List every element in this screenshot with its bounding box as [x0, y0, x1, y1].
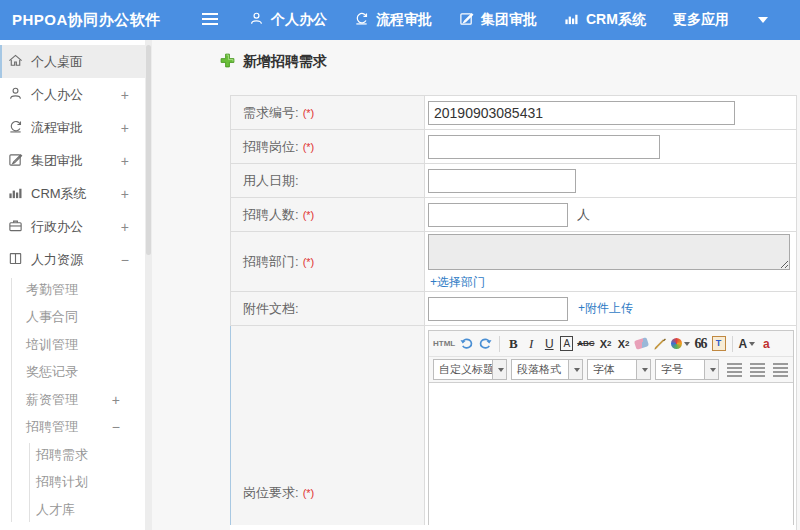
- sidebar-item-hr-contract[interactable]: 人事合同: [0, 304, 145, 332]
- form-row-post-requirements: 岗位要求: (*) HTML B I U: [230, 326, 796, 525]
- blockquote-button[interactable]: 66: [694, 334, 708, 354]
- main-content: 新增招聘需求 需求编号: (*) 招聘岗位: (*): [152, 40, 800, 530]
- nav-crm-system[interactable]: CRM系统: [564, 11, 646, 29]
- toolbar-separator: [499, 336, 500, 352]
- undo-icon[interactable]: [459, 334, 474, 354]
- sidebar-item-group-approval[interactable]: 集团审批 +: [0, 144, 145, 177]
- align-center-icon[interactable]: [750, 363, 765, 377]
- briefcase-icon: [8, 218, 23, 236]
- align-right-icon[interactable]: [773, 363, 788, 377]
- form-row-department: 招聘部门: (*) +选择部门: [230, 232, 796, 292]
- more-apps-dropdown[interactable]: [756, 17, 768, 23]
- page-title: 新增招聘需求: [220, 53, 327, 71]
- field-label: 需求编号: (*): [231, 96, 425, 129]
- sidebar-item-crm-system[interactable]: CRM系统 +: [0, 177, 145, 210]
- html-source-button[interactable]: HTML: [433, 334, 455, 354]
- field-label-text: 招聘部门:: [243, 253, 299, 271]
- align-left-icon[interactable]: [727, 363, 742, 377]
- sidebar-item-personal-office[interactable]: 个人办公 +: [0, 78, 145, 111]
- sidebar-item-salary[interactable]: 薪资管理+: [0, 386, 145, 414]
- demand-code-input[interactable]: [428, 101, 735, 125]
- caret-down-icon: [684, 342, 690, 346]
- choose-department-link[interactable]: +选择部门: [430, 274, 485, 291]
- italic-button[interactable]: I: [524, 334, 538, 354]
- sidebar-item-human-resources[interactable]: 人力资源 −: [0, 243, 145, 276]
- sub-item-label: 招聘计划: [36, 473, 88, 491]
- field-label: 招聘部门: (*): [231, 232, 425, 291]
- font-color-button[interactable]: A: [739, 334, 756, 354]
- attachment-upload-link[interactable]: +附件上传: [578, 300, 633, 317]
- field-value: [425, 130, 796, 163]
- nav-group-approval[interactable]: 集团审批: [459, 11, 537, 29]
- nav-label: 流程审批: [376, 11, 432, 29]
- required-mark: (*): [303, 107, 315, 119]
- nav-personal-office[interactable]: 个人办公: [249, 11, 327, 29]
- headcount-input[interactable]: [428, 203, 568, 227]
- sidebar-scrollbar-thumb[interactable]: [146, 45, 151, 255]
- sidebar-item-recruitment[interactable]: 招聘管理−: [0, 414, 145, 442]
- format-painter-icon[interactable]: [653, 334, 667, 354]
- expand-plus-icon[interactable]: +: [112, 392, 120, 408]
- collapse-minus-icon[interactable]: −: [112, 419, 120, 435]
- expand-plus-icon[interactable]: +: [121, 186, 129, 202]
- required-mark: (*): [303, 256, 315, 268]
- top-bar: PHPOA协同办公软件 个人办公 流程审批 集团审批 CRM系统 更多应用: [0, 0, 800, 40]
- paragraph-format-select[interactable]: 段落格式: [511, 359, 583, 380]
- nav-more-apps[interactable]: 更多应用: [673, 11, 729, 29]
- paste-icon[interactable]: T: [712, 334, 726, 354]
- app-logo: PHPOA协同办公软件: [12, 0, 161, 40]
- superscript-button[interactable]: X2: [599, 334, 613, 354]
- sidebar-item-label: 人力资源: [31, 251, 83, 269]
- sidebar-item-admin-office[interactable]: 行政办公 +: [0, 210, 145, 243]
- text-color-palette-icon[interactable]: [671, 334, 690, 354]
- form-row-demand-code: 需求编号: (*): [230, 96, 796, 130]
- sub-item-label: 薪资管理: [26, 391, 78, 409]
- top-nav: 个人办公 流程审批 集团审批 CRM系统 更多应用: [249, 0, 768, 40]
- bordered-text-button[interactable]: A: [560, 336, 573, 351]
- subscript-button[interactable]: X2: [617, 334, 631, 354]
- field-label-text: 招聘岗位:: [243, 138, 299, 156]
- sub-item-label: 人事合同: [26, 308, 78, 326]
- expand-plus-icon[interactable]: +: [121, 87, 129, 103]
- recruit-demand-form: 需求编号: (*) 招聘岗位: (*) 用人日期:: [230, 95, 797, 530]
- expand-plus-icon[interactable]: +: [121, 153, 129, 169]
- bold-button[interactable]: B: [506, 334, 520, 354]
- nav-workflow-approval[interactable]: 流程审批: [354, 11, 432, 29]
- caret-down-icon: [574, 368, 580, 372]
- hire-date-input[interactable]: [428, 169, 576, 193]
- font-family-select[interactable]: 字体: [587, 359, 651, 380]
- recruit-submenu: 招聘需求 招聘计划 人才库: [0, 441, 145, 524]
- sidebar-item-recruit-demand[interactable]: 招聘需求: [0, 441, 145, 469]
- sidebar-item-label: 个人桌面: [31, 53, 83, 71]
- sidebar-item-recruit-plan[interactable]: 招聘计划: [0, 469, 145, 497]
- collapse-minus-icon[interactable]: −: [121, 252, 129, 268]
- department-textarea[interactable]: [428, 234, 790, 270]
- underline-button[interactable]: U: [542, 334, 556, 354]
- field-value: 人: [425, 198, 796, 231]
- attachment-input[interactable]: [428, 297, 568, 321]
- eraser-icon[interactable]: [635, 334, 649, 354]
- strikethrough-button[interactable]: ABC: [577, 334, 594, 354]
- sidebar-item-rewards[interactable]: 奖惩记录: [0, 359, 145, 387]
- nav-label: CRM系统: [586, 11, 646, 29]
- custom-title-select[interactable]: 自定义标题: [433, 359, 507, 380]
- redo-icon[interactable]: [478, 334, 493, 354]
- sub-item-label: 奖惩记录: [26, 363, 78, 381]
- caret-down-icon: [758, 17, 768, 23]
- font-size-select[interactable]: 字号: [655, 359, 719, 380]
- recruit-post-input[interactable]: [428, 135, 660, 159]
- expand-plus-icon[interactable]: +: [121, 120, 129, 136]
- book-icon: [8, 251, 23, 269]
- background-color-button[interactable]: a: [759, 334, 773, 354]
- sidebar-item-talent-pool[interactable]: 人才库: [0, 496, 145, 524]
- sidebar-item-training[interactable]: 培训管理: [0, 331, 145, 359]
- sidebar-item-attendance[interactable]: 考勤管理: [0, 276, 145, 304]
- alignment-buttons: [727, 363, 793, 377]
- hamburger-menu-icon[interactable]: [202, 13, 218, 25]
- field-label: 岗位要求: (*): [231, 326, 425, 525]
- sidebar-item-workflow-approval[interactable]: 流程审批 +: [0, 111, 145, 144]
- editor-body[interactable]: [429, 383, 793, 525]
- expand-plus-icon[interactable]: +: [121, 219, 129, 235]
- required-mark: (*): [303, 487, 315, 499]
- sidebar-item-personal-desktop[interactable]: 个人桌面: [0, 45, 145, 78]
